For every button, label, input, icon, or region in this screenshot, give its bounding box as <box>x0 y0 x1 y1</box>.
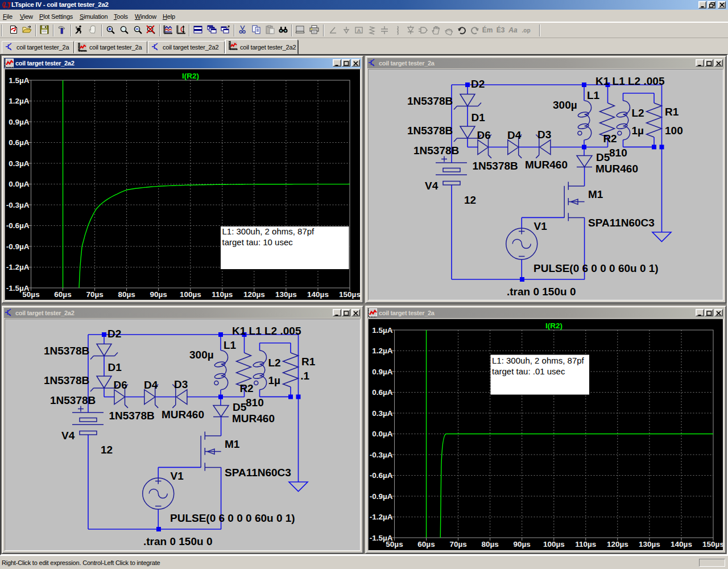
svg-text:1N5378B: 1N5378B <box>44 345 89 357</box>
svg-text:target tau: 10 usec: target tau: 10 usec <box>222 237 293 247</box>
svg-text:90µs: 90µs <box>150 290 167 299</box>
svg-text:1µ: 1µ <box>631 125 644 137</box>
svg-text:I(R2): I(R2) <box>182 72 199 80</box>
svg-text:110µs: 110µs <box>212 290 233 299</box>
svg-text:MUR460: MUR460 <box>162 409 204 420</box>
svg-text:1N5378B: 1N5378B <box>44 374 89 386</box>
svg-text:100µs: 100µs <box>180 290 201 299</box>
svg-text:L1: 300uh, 2 ohms, 87pf: L1: 300uh, 2 ohms, 87pf <box>222 226 315 236</box>
svg-text:M1: M1 <box>225 438 240 450</box>
svg-text:130µs: 130µs <box>275 290 297 299</box>
svg-text:Aa: Aa <box>508 26 518 34</box>
svg-text:80µs: 80µs <box>118 290 135 299</box>
svg-text:D2: D2 <box>107 328 121 340</box>
svg-text:D2: D2 <box>471 78 485 90</box>
svg-text:.tran 0 150u 0: .tran 0 150u 0 <box>143 535 212 547</box>
svg-text:1.5µA: 1.5µA <box>372 326 393 335</box>
svg-text:0.9µA: 0.9µA <box>9 118 30 126</box>
svg-text:60µs: 60µs <box>54 290 71 299</box>
svg-text:L1: L1 <box>224 339 237 351</box>
svg-text:100: 100 <box>665 125 683 137</box>
svg-text:12: 12 <box>101 444 113 456</box>
svg-text:0.6µA: 0.6µA <box>372 388 393 397</box>
svg-text:-0.3µA: -0.3µA <box>6 201 30 209</box>
svg-text:150µs: 150µs <box>702 540 723 549</box>
svg-text:D5: D5 <box>233 401 247 413</box>
svg-text:1N5378B: 1N5378B <box>407 95 453 107</box>
svg-text:D3: D3 <box>537 129 551 141</box>
svg-text:D6: D6 <box>114 379 127 391</box>
svg-text:PULSE(0 6 0 0 0 60u 0 1): PULSE(0 6 0 0 0 60u 0 1) <box>170 512 295 524</box>
svg-text:0.3µA: 0.3µA <box>9 159 30 168</box>
svg-text:1.2µA: 1.2µA <box>9 97 30 105</box>
svg-text:SPA11N60C3: SPA11N60C3 <box>225 467 291 479</box>
svg-text:.1: .1 <box>300 370 309 382</box>
svg-text:1.5µA: 1.5µA <box>9 76 30 85</box>
svg-text:L1: 300uh, 2 ohms, 87pf: L1: 300uh, 2 ohms, 87pf <box>492 356 585 365</box>
svg-text:80µs: 80µs <box>481 540 498 549</box>
svg-text:120µs: 120µs <box>607 540 628 549</box>
svg-text:L2: L2 <box>631 107 644 119</box>
svg-text:R1: R1 <box>665 106 679 118</box>
svg-text:K1 L1 L2 .005: K1 L1 L2 .005 <box>232 325 301 337</box>
svg-text:0.0µA: 0.0µA <box>372 430 393 438</box>
svg-text:D6: D6 <box>477 129 491 141</box>
svg-text:100µs: 100µs <box>543 540 565 549</box>
svg-text:M1: M1 <box>588 188 603 200</box>
svg-text:1N5378B: 1N5378B <box>50 394 96 406</box>
svg-text:810: 810 <box>246 397 264 409</box>
svg-text:1N5378B: 1N5378B <box>413 145 459 156</box>
svg-text:50µs: 50µs <box>386 540 403 549</box>
svg-text:120µs: 120µs <box>243 290 265 299</box>
svg-text:É3: É3 <box>496 26 504 34</box>
svg-text:150µs: 150µs <box>339 290 361 299</box>
svg-text:140µs: 140µs <box>671 540 692 549</box>
svg-text:SPA11N60C3: SPA11N60C3 <box>588 217 655 229</box>
svg-text:130µs: 130µs <box>639 540 660 549</box>
svg-text:140µs: 140µs <box>307 290 329 299</box>
svg-text:D3: D3 <box>174 378 188 390</box>
svg-text:V1: V1 <box>171 470 184 482</box>
svg-text:PULSE(0 6 0 0 0 60u 0 1): PULSE(0 6 0 0 0 60u 0 1) <box>533 262 659 274</box>
svg-text:R2: R2 <box>239 382 253 394</box>
svg-text:70µs: 70µs <box>449 540 466 549</box>
svg-text:.tran 0 150u 0: .tran 0 150u 0 <box>507 286 576 298</box>
svg-text:0.9µA: 0.9µA <box>372 368 393 376</box>
svg-text:1µ: 1µ <box>268 374 280 386</box>
svg-text:MUR460: MUR460 <box>595 163 638 175</box>
svg-text:D1: D1 <box>471 112 486 123</box>
svg-text:R2: R2 <box>603 133 617 145</box>
svg-text:MUR460: MUR460 <box>525 159 568 171</box>
svg-text:1.2µA: 1.2µA <box>372 347 393 355</box>
svg-text:Ém: Ém <box>482 26 493 34</box>
svg-text:R1: R1 <box>301 356 316 368</box>
svg-text:D4: D4 <box>507 129 522 141</box>
svg-text:-0.9µA: -0.9µA <box>6 242 30 251</box>
svg-text:810: 810 <box>609 147 627 159</box>
svg-text:V1: V1 <box>534 220 548 232</box>
svg-text:0.3µA: 0.3µA <box>372 409 393 418</box>
svg-text:L1: L1 <box>587 89 600 101</box>
svg-text:D5: D5 <box>596 151 610 163</box>
svg-text:-0.6µA: -0.6µA <box>370 471 393 480</box>
svg-text:-0.3µA: -0.3µA <box>370 451 393 459</box>
svg-text:V4: V4 <box>425 180 439 192</box>
svg-text:D4: D4 <box>144 379 158 391</box>
svg-text:-0.6µA: -0.6µA <box>6 221 30 230</box>
svg-text:.op: .op <box>522 27 531 34</box>
svg-text:300µ: 300µ <box>553 99 577 111</box>
svg-text:90µs: 90µs <box>514 540 531 549</box>
svg-text:-0.9µA: -0.9µA <box>370 492 393 501</box>
svg-text:1N5378B: 1N5378B <box>473 160 518 172</box>
svg-text:12: 12 <box>464 194 476 206</box>
svg-text:70µs: 70µs <box>86 290 103 299</box>
svg-text:LT: LT <box>3 1 11 9</box>
svg-text:0.6µA: 0.6µA <box>9 138 30 147</box>
svg-text:K1 L1 L2 .005: K1 L1 L2 .005 <box>595 75 665 87</box>
svg-text:50µs: 50µs <box>22 290 39 299</box>
svg-text:MUR460: MUR460 <box>232 413 275 424</box>
svg-text:-1.2µA: -1.2µA <box>370 513 393 521</box>
svg-text:1N5378B: 1N5378B <box>407 125 453 137</box>
svg-text:D1: D1 <box>108 361 122 373</box>
svg-text:target tau: .01 usec: target tau: .01 usec <box>492 366 565 376</box>
